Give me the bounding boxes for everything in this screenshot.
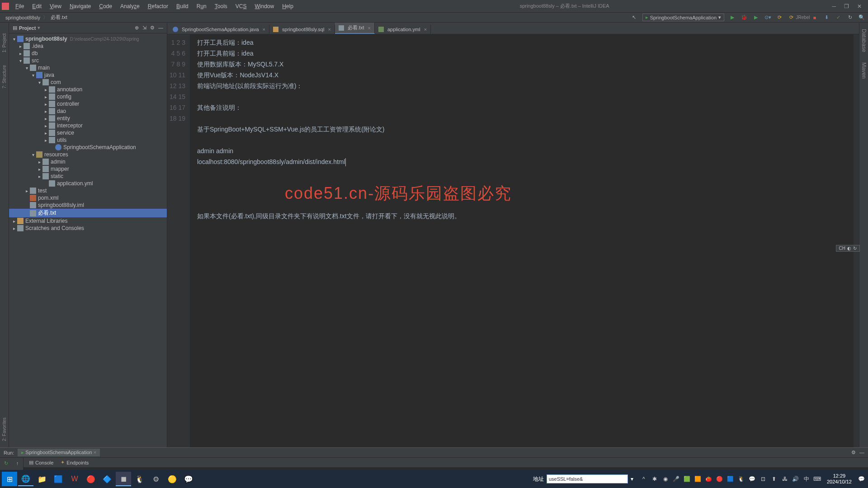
- gutter-maven[interactable]: Maven: [861, 61, 867, 80]
- debug-button[interactable]: 🐞: [741, 14, 748, 21]
- tree-db[interactable]: ▸db: [9, 50, 167, 57]
- tray-icon-4[interactable]: 🟩: [682, 474, 692, 484]
- menu-navigate[interactable]: Navigate: [66, 2, 94, 10]
- taskbar-explorer[interactable]: 📁: [34, 472, 50, 486]
- breadcrumb-root[interactable]: springboot88sly: [4, 15, 42, 20]
- tray-icon-1[interactable]: ✱: [650, 474, 660, 484]
- profile-button[interactable]: ⊙▾: [764, 14, 771, 21]
- maximize-icon[interactable]: ❐: [844, 3, 849, 9]
- coverage-button[interactable]: ▶: [752, 14, 760, 21]
- close-icon[interactable]: ✕: [857, 3, 862, 9]
- tree-service[interactable]: ▸service: [9, 129, 167, 136]
- tree-app-yml[interactable]: application.yml: [9, 180, 167, 187]
- gutter-database[interactable]: Database: [861, 27, 867, 54]
- rerun-button[interactable]: ↻: [2, 460, 9, 467]
- git-pull-icon[interactable]: ⬇: [823, 14, 830, 21]
- menu-run[interactable]: Run: [193, 2, 210, 10]
- menu-build[interactable]: Build: [173, 2, 192, 10]
- hide-icon[interactable]: —: [158, 25, 163, 31]
- hide-icon[interactable]: —: [859, 450, 864, 455]
- tab-bikan[interactable]: 必看.txt×: [335, 23, 375, 34]
- tray-wechat-icon[interactable]: 💬: [747, 474, 757, 484]
- taskbar-vscode[interactable]: 🔷: [99, 472, 115, 486]
- tree-interceptor[interactable]: ▸interceptor: [9, 122, 167, 129]
- tree-com[interactable]: ▾com: [9, 79, 167, 86]
- tray-icon-7[interactable]: 🔴: [715, 474, 725, 484]
- console-tab[interactable]: ▤Console: [25, 459, 57, 466]
- tree-app-class[interactable]: SpringbootSchemaApplication: [9, 144, 167, 151]
- gear-icon[interactable]: ⚙: [851, 450, 856, 455]
- ime-dropdown-icon[interactable]: ▾: [631, 476, 633, 482]
- tray-icon-3[interactable]: 🎤: [671, 474, 681, 484]
- tree-mapper[interactable]: ▸mapper: [9, 165, 167, 173]
- start-button[interactable]: ⊞: [2, 472, 17, 486]
- taskbar-chrome[interactable]: 🔴: [83, 472, 99, 486]
- breadcrumb-file[interactable]: 必看.txt: [49, 14, 69, 21]
- tree-src[interactable]: ▾src: [9, 57, 167, 64]
- input-lang-badge[interactable]: CH ◐ ↻: [836, 245, 860, 252]
- tray-ime-icon[interactable]: 中: [802, 474, 811, 484]
- stop-button[interactable]: ■: [811, 14, 818, 21]
- git-commit-icon[interactable]: ✓: [835, 14, 842, 21]
- tree-test[interactable]: ▸test: [9, 187, 167, 194]
- close-icon[interactable]: ×: [368, 25, 371, 31]
- gear-icon[interactable]: ⚙: [150, 25, 155, 31]
- run-button[interactable]: ▶: [729, 14, 736, 21]
- project-view-icon[interactable]: ▤: [13, 25, 17, 31]
- menu-help[interactable]: Help: [278, 2, 297, 10]
- select-opened-file-icon[interactable]: ⊕: [135, 25, 139, 31]
- menu-refactor[interactable]: Refactor: [144, 2, 172, 10]
- chevron-down-icon[interactable]: ▾: [38, 25, 40, 31]
- tree-controller[interactable]: ▸controller: [9, 100, 167, 108]
- menu-code[interactable]: Code: [95, 2, 116, 10]
- tree-iml[interactable]: springboot88sly.iml: [9, 202, 167, 209]
- menu-window[interactable]: Window: [251, 2, 278, 10]
- editor-body[interactable]: 1 2 3 4 5 6 7 8 9 10 11 12 13 14 15 16 1…: [167, 34, 859, 447]
- gutter-favorites[interactable]: 2: Favorites: [2, 416, 7, 443]
- close-icon[interactable]: ×: [328, 27, 330, 32]
- tab-app-java[interactable]: SpringbootSchemaApplication.java×: [169, 25, 269, 34]
- project-tree[interactable]: ▾springboot88slyD:\releaseComp\24-10\29\…: [9, 33, 167, 447]
- tray-volume-icon[interactable]: 🔊: [791, 474, 801, 484]
- project-panel-title[interactable]: Project: [19, 25, 36, 31]
- jrebel-debug-icon[interactable]: ⟳: [788, 14, 795, 21]
- taskbar-app-4[interactable]: 🟡: [165, 472, 180, 486]
- tree-pom[interactable]: pom.xml: [9, 194, 167, 202]
- run-config-selector[interactable]: ▸ SpringbootSchemaApplication ▾: [642, 14, 724, 21]
- taskbar-app-1[interactable]: 🌐: [18, 472, 33, 486]
- taskbar-wps[interactable]: W: [67, 472, 82, 486]
- tray-icon-6[interactable]: 🍅: [704, 474, 714, 484]
- taskbar-app-2[interactable]: 🐧: [132, 472, 147, 486]
- back-icon[interactable]: ↖: [631, 14, 638, 21]
- code-content[interactable]: 打开工具后端：idea 打开工具前端：idea 使用数据库版本：MySQL5.7…: [190, 34, 854, 447]
- menu-edit[interactable]: Edit: [28, 2, 45, 10]
- tree-admin[interactable]: ▸admin: [9, 158, 167, 165]
- tree-resources[interactable]: ▾resources: [9, 151, 167, 158]
- tray-icon-5[interactable]: 🟧: [693, 474, 703, 484]
- jrebel-label[interactable]: JRebel: [799, 14, 807, 21]
- notifications-icon[interactable]: 💬: [856, 474, 866, 484]
- tray-icon-9[interactable]: 🐧: [736, 474, 746, 484]
- tray-icon-11[interactable]: ⬆: [769, 474, 779, 484]
- menu-file[interactable]: File: [12, 2, 28, 10]
- tree-config[interactable]: ▸config: [9, 93, 167, 100]
- tree-static[interactable]: ▸static: [9, 173, 167, 180]
- close-icon[interactable]: ×: [263, 27, 265, 32]
- run-config-tab[interactable]: ▸ SpringbootSchemaApplication ×: [18, 449, 100, 456]
- tray-network-icon[interactable]: 🖧: [780, 474, 790, 484]
- close-icon[interactable]: ×: [424, 27, 427, 32]
- tray-icon-8[interactable]: 🟦: [726, 474, 736, 484]
- git-push-icon[interactable]: ↻: [846, 14, 854, 21]
- tray-icon-2[interactable]: ◉: [660, 474, 670, 484]
- ide-search-icon[interactable]: 🔍: [858, 14, 865, 21]
- tree-annotation[interactable]: ▸annotation: [9, 86, 167, 93]
- menu-view[interactable]: View: [46, 2, 65, 10]
- tree-dao[interactable]: ▸dao: [9, 108, 167, 115]
- ime-input[interactable]: [547, 474, 628, 483]
- menu-vcs[interactable]: VCS: [232, 2, 250, 10]
- tree-main[interactable]: ▾main: [9, 64, 167, 71]
- minimize-icon[interactable]: ─: [832, 3, 836, 9]
- up-icon[interactable]: ↑: [14, 460, 21, 467]
- expand-all-icon[interactable]: ⇲: [142, 25, 146, 31]
- tree-utils[interactable]: ▸utils: [9, 136, 167, 144]
